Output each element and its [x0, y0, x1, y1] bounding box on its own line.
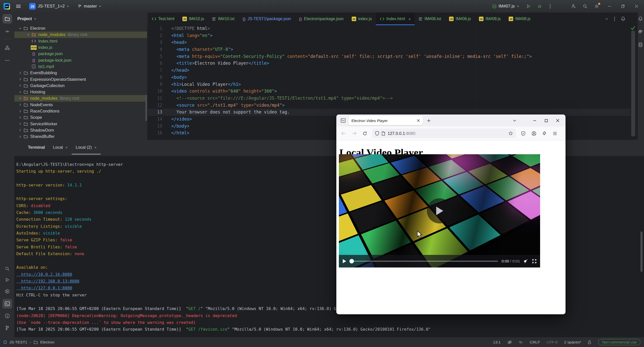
terminal-tool-button[interactable]	[3, 299, 12, 309]
chevron-right-icon[interactable]	[17, 97, 23, 100]
editor-tab[interactable]: IM#10.txt	[208, 13, 238, 25]
project-panel-header[interactable]: Project	[14, 13, 148, 25]
back-button[interactable]	[339, 129, 348, 138]
chevron-right-icon[interactable]	[17, 135, 23, 138]
tab-close-icon[interactable]	[417, 119, 420, 122]
code-line[interactable]: 3<head>	[148, 39, 630, 46]
code-line[interactable]: 12 <source src="./tst1.mp4" type="video/…	[148, 102, 630, 109]
tree-row[interactable]: {}package-lock.json	[14, 57, 147, 63]
video-big-play-button[interactable]	[427, 198, 452, 223]
editor-tab[interactable]: JSIM#10.js	[178, 13, 208, 25]
structure-tool-button[interactable]	[3, 43, 12, 53]
status-module-crumb[interactable]: Electron	[40, 340, 55, 344]
tree-row[interactable]: Electron	[14, 25, 147, 31]
video-player[interactable]: 0:00 / 0:01	[339, 154, 540, 267]
menu-icon[interactable]	[550, 129, 560, 138]
code-line[interactable]: 10<video controls width="640" height="36…	[148, 88, 630, 95]
more-tool-button[interactable]	[3, 56, 12, 65]
url-bar[interactable]: 127.0.0.1:8080	[372, 129, 516, 138]
tree-row[interactable]: Hoisting	[14, 89, 147, 95]
problems-tool-button[interactable]	[3, 311, 12, 321]
chevron-right-icon[interactable]	[17, 90, 23, 94]
unlocked-icon[interactable]	[588, 340, 592, 344]
terminal-tab[interactable]: Local×	[49, 140, 72, 155]
chevron-right-icon[interactable]	[17, 122, 23, 126]
tree-row[interactable]: ShadowDom	[14, 127, 147, 133]
ai-assistant-tool-button[interactable]	[638, 28, 643, 35]
code-line[interactable]: 5 <meta http-equiv="Content-Security-Pol…	[148, 53, 630, 60]
tree-row[interactable]: JSJSindex.js	[14, 44, 147, 51]
highlighting-off-icon[interactable]	[507, 340, 512, 345]
run-button[interactable]	[524, 1, 533, 11]
chevron-right-icon[interactable]	[17, 71, 23, 75]
services-tool-button[interactable]	[3, 287, 12, 296]
notifications-bell-tool-button[interactable]	[638, 16, 643, 22]
code-line[interactable]: 1<!DOCTYPE html>	[148, 25, 630, 32]
chevron-right-icon[interactable]	[17, 128, 23, 132]
editor-tab[interactable]: {}Electron\package.json	[295, 13, 348, 25]
tab-close-icon[interactable]: ×	[65, 145, 68, 149]
browser-tab[interactable]: Electron Video Player	[348, 116, 423, 125]
settings-button[interactable]	[592, 1, 601, 11]
indent-selector[interactable]: 2 spaces*	[564, 340, 581, 344]
terminal-tab[interactable]: Terminal	[24, 140, 49, 155]
terminal-tab[interactable]: Local (2)×	[72, 140, 101, 155]
browser-close-button[interactable]	[552, 115, 564, 126]
terminal-link[interactable]: http://10.0.2.16:8080	[16, 272, 72, 277]
version-control-tool-button[interactable]	[3, 323, 12, 333]
terminal-scrollbar[interactable]	[640, 232, 642, 272]
editor-tab[interactable]: IM#06.txt	[415, 13, 445, 25]
window-close-button[interactable]	[631, 1, 642, 11]
tree-row[interactable]: ServiceWorker	[14, 121, 147, 127]
project-folder-tool-button[interactable]	[3, 14, 12, 24]
search-tool-button[interactable]	[3, 264, 12, 274]
chevron-down-icon[interactable]	[605, 17, 609, 21]
code-line[interactable]: 9<h1>Local Video Player</h1>	[148, 81, 630, 88]
video-mute-button[interactable]	[524, 259, 529, 263]
firefox-view-icon[interactable]	[340, 118, 346, 123]
terminal-link[interactable]: http://192.168.0.13:8080	[16, 279, 79, 284]
commit-tool-button[interactable]	[3, 27, 12, 36]
tree-row[interactable]: ExpressionOperatorStatement	[14, 76, 147, 82]
code-line[interactable]: 7</head>	[148, 67, 630, 74]
tree-row[interactable]: Index.html	[14, 38, 147, 44]
debug-button[interactable]	[535, 1, 544, 11]
editor-tab[interactable]: JSindex.js	[348, 13, 376, 25]
more-actions-button[interactable]	[546, 1, 554, 11]
new-tab-button[interactable]	[427, 119, 431, 123]
video-seek-thumb[interactable]	[349, 259, 354, 263]
tab-close-icon[interactable]: ×	[409, 17, 411, 21]
editor-tab[interactable]: Test.html	[148, 13, 178, 25]
chevron-right-icon[interactable]	[17, 78, 23, 81]
chevron-right-icon[interactable]	[25, 33, 31, 36]
database-tool-button[interactable]	[638, 42, 643, 48]
url-text[interactable]: 127.0.0.1:8080	[388, 131, 415, 136]
tree-row[interactable]: SharedBuffer	[14, 133, 147, 140]
list-tabs-button[interactable]	[509, 115, 520, 126]
project-widget-button[interactable]: JS JS-TEST_1+2	[27, 2, 72, 11]
terminal-link[interactable]: http://127.0.0.1:8080	[16, 286, 72, 290]
video-fullscreen-button[interactable]	[532, 259, 537, 263]
tree-row[interactable]: {}package.json	[14, 51, 147, 57]
encoding-selector[interactable]: UTF-8	[546, 340, 557, 344]
main-menu-button[interactable]	[14, 3, 23, 9]
chevron-right-icon[interactable]	[17, 84, 23, 87]
vcs-branch-button[interactable]: master	[75, 3, 104, 10]
reader-mode-icon[interactable]	[519, 340, 523, 344]
tree-row[interactable]: node_moduleslibrary root	[14, 95, 147, 101]
chevron-down-icon[interactable]	[17, 27, 23, 30]
tree-row[interactable]: ?tst1.mp4	[14, 63, 147, 70]
editor-tab[interactable]: JSIM#08.js	[505, 13, 534, 25]
status-project-crumb[interactable]: JS-TEST1	[9, 340, 27, 344]
code-line[interactable]: 4 <meta charset="UTF-8">	[148, 46, 630, 53]
video-play-button[interactable]	[342, 259, 346, 263]
account-icon[interactable]	[529, 129, 539, 138]
kebab-menu-icon[interactable]	[614, 17, 615, 21]
run-tool-button[interactable]	[3, 275, 12, 285]
tree-row[interactable]: Scope	[14, 114, 147, 121]
editor-tab[interactable]: Index.html×	[376, 13, 415, 25]
project-tree-scrollbar[interactable]	[145, 95, 147, 121]
editor-tab[interactable]: {}JS-TEST1\package.json	[238, 13, 295, 25]
browser-maximize-button[interactable]	[540, 115, 552, 126]
tree-row[interactable]: EventBubbling	[14, 70, 147, 76]
